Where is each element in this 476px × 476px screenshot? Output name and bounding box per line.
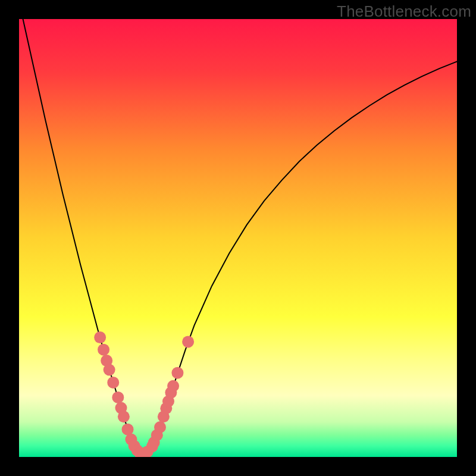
data-point: [94, 331, 106, 343]
data-point: [98, 344, 109, 356]
data-point: [154, 421, 166, 433]
data-point: [167, 380, 179, 392]
data-point: [107, 377, 119, 389]
bottleneck-chart: [0, 0, 476, 476]
data-point: [182, 336, 194, 347]
data-point: [171, 367, 183, 379]
data-point: [104, 364, 115, 376]
chart-frame: TheBottleneck.com: [0, 0, 476, 476]
data-point: [112, 392, 124, 403]
data-point: [118, 411, 130, 422]
watermark-text: TheBottleneck.com: [337, 2, 471, 21]
